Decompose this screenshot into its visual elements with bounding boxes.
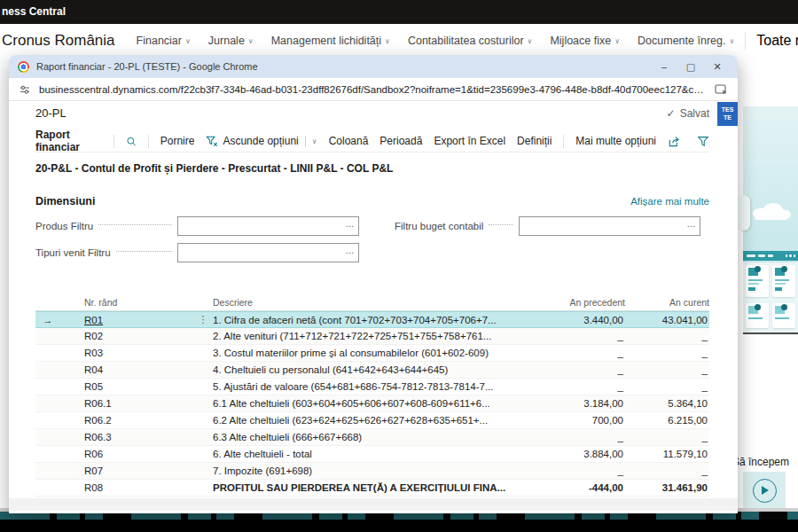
header-nr-rand: Nr. rând [60,297,193,308]
table-row[interactable]: R033. Costul materiilor prime și al cons… [35,345,709,362]
assist-edit-button[interactable]: ... [346,245,354,255]
curr-year-cell: 5.364,10 [625,398,709,409]
chevron-down-icon[interactable]: ∨ [312,137,317,145]
hide-filter-icon [206,135,218,147]
nav-menu: Financiar∨ Jurnale∨ Management lichidită… [137,35,735,47]
description-cell[interactable]: 2. Alte venituri (711+712+721+722+725+75… [213,331,505,341]
company-name[interactable]: Cronus România [2,32,115,50]
search-icon[interactable] [126,135,137,148]
description-cell[interactable]: 1. Cifra de afaceri netă (cont 701+702+7… [213,315,505,325]
browser-window: Raport financiar - 20-PL (TESTE) - Googl… [9,55,738,513]
prev-year-cell: _ [505,432,625,442]
open-in-app-icon[interactable] [715,84,727,95]
window-title-bar[interactable]: Raport financiar - 20-PL (TESTE) - Googl… [9,55,738,78]
row-no-cell[interactable]: R06.3 [60,432,193,442]
filter-input-wrap: ... [177,216,359,236]
tipuri-venit-filtru-input[interactable] [178,244,358,262]
site-info-icon[interactable] [20,84,30,95]
nav-item-jurnale[interactable]: Jurnale∨ [208,35,254,47]
description-cell[interactable]: PROFITUL SAU PIERDEREA NET(Ă) A EXERCIȚI… [213,482,505,493]
row-options-icon[interactable]: ⋮ [193,314,213,325]
url-bar[interactable]: businesscentral.dynamics.com/f22cb3f7-33… [9,78,738,101]
description-cell[interactable]: 6.3 Alte cheltuieli (666+667+668) [213,432,505,442]
mock-cards [743,262,798,333]
table-row[interactable]: R06.16.1 Alte cheltuieli (603+604+605+60… [35,395,709,412]
row-no-cell[interactable]: R06 [60,449,193,459]
table-row[interactable]: R077. Impozite (691+698)__ [35,463,709,480]
row-no-cell[interactable]: R05 [60,381,193,392]
minimize-button[interactable]: – [651,55,677,78]
assist-edit-button[interactable]: ... [346,218,354,229]
description-cell[interactable]: 5. Ajustări de valoare (654+681+686-754-… [213,381,505,392]
curr-year-cell: 31.461,90 [625,482,709,493]
table-row[interactable]: R066. Alte cheltuieli - total3.884,0011.… [35,446,709,463]
action-pornire[interactable]: Pornire [160,135,195,147]
produs-filtru-input[interactable] [178,217,358,235]
chevron-down-icon: ∨ [385,37,390,45]
prev-year-cell: _ [505,331,625,341]
table-body: →R01⋮1. Cifra de afaceri netă (cont 701+… [35,311,709,497]
horizontal-scrollbar[interactable] [9,498,738,511]
share-icon[interactable] [668,135,681,148]
show-more-link[interactable]: Afișare mai multe [630,196,709,207]
nav-item-contabilitatea-costurilor[interactable]: Contabilitatea costurilor∨ [408,35,532,47]
maximize-button[interactable]: ▢ [677,55,704,78]
assist-edit-button[interactable]: ... [687,218,695,229]
prev-year-cell: _ [505,381,625,392]
row-no-cell[interactable]: R06.1 [60,398,193,409]
description-cell[interactable]: 6.2 Alte cheltuieli (623+624+625+626+627… [213,415,505,426]
action-mai-multe-optiuni[interactable]: Mai multe opțiuni [575,135,656,147]
report-title: 20-P&L - Contul de Profit și Pierdere - … [35,162,393,175]
table-row[interactable]: R06.26.2 Alte cheltuieli (623+624+625+62… [35,412,709,429]
description-cell[interactable]: 7. Impozite (691+698) [213,466,505,476]
url-text[interactable]: businesscentral.dynamics.com/f22cb3f7-33… [39,84,706,95]
row-no-cell[interactable]: R03 [60,348,193,358]
table-row[interactable]: R044. Cheltuieli cu personalul (641+642+… [35,362,709,379]
nav-item-financiar[interactable]: Financiar∨ [137,35,191,47]
row-no-cell[interactable]: R01 [60,315,193,325]
bc-page: TES TE 20-PL ✓ Salvat Raport financiar P… [9,101,738,513]
table-row[interactable]: →R01⋮1. Cifra de afaceri netă (cont 701+… [35,311,709,328]
prev-year-cell: _ [505,348,625,358]
row-no-cell[interactable]: R07 [60,466,193,476]
action-perioada[interactable]: Perioadă [379,135,422,147]
menu-raport-financiar[interactable]: Raport financiar [35,129,102,153]
toolbar-divider [563,135,564,148]
app-header: ness Central [0,0,798,24]
row-no-cell[interactable]: R06.2 [60,415,193,426]
filtru-buget-contabil-input[interactable] [520,217,700,235]
row-no-cell[interactable]: R04 [60,364,193,375]
action-ascunde-optiuni[interactable]: Ascunde opțiuni ∨ [206,135,317,147]
mock-dots [786,254,796,257]
filter-produs: Produs Filtru ... [35,216,359,236]
background-divider [743,332,798,334]
table-row[interactable]: R022. Alte venituri (711+712+721+722+725… [35,328,709,345]
prev-year-cell: _ [505,466,625,476]
table-row[interactable]: R08PROFITUL SAU PIERDEREA NET(Ă) A EXERC… [35,480,709,497]
screen: ness Central Cronus România Financiar∨ J… [0,0,798,532]
close-button[interactable]: ✕ [704,55,731,78]
get-started-play-button[interactable] [743,472,786,509]
table-header: Nr. rând Descriere An precedent An curen… [35,293,709,311]
window-controls: – ▢ ✕ [651,55,731,78]
action-definitii[interactable]: Definiții [517,135,552,147]
action-export-excel[interactable]: Export în Excel [434,135,505,147]
curr-year-cell: _ [625,364,709,375]
filter-buget: Filtru buget contabil ... [395,216,700,236]
table-row[interactable]: R06.36.3 Alte cheltuieli (666+667+668)__ [35,429,709,446]
description-cell[interactable]: 3. Costul materiilor prime și al consuma… [213,348,505,358]
table-row[interactable]: R055. Ajustări de valoare (654+681+686-7… [35,379,709,395]
nav-right: Toate rapoartele ≡ [734,32,798,50]
row-no-cell[interactable]: R08 [60,482,193,493]
description-cell[interactable]: 4. Cheltuieli cu personalul (641+642+643… [213,364,505,375]
save-status: ✓ Salvat [667,107,709,120]
nav-item-management-lichiditati[interactable]: Management lichidități∨ [271,35,390,47]
filter-icon[interactable] [697,135,709,147]
description-cell[interactable]: 6.1 Alte cheltuieli (603+604+605+606+607… [213,398,505,409]
nav-item-mijloace-fixe[interactable]: Mijloace fixe∨ [550,35,620,47]
nav-item-toate-rapoartele[interactable]: Toate rapoartele [756,33,798,49]
nav-item-documente-inreg[interactable]: Documente înreg.∨ [638,35,734,47]
description-cell[interactable]: 6. Alte cheltuieli - total [213,449,505,459]
row-no-cell[interactable]: R02 [60,331,193,341]
action-coloana[interactable]: Coloană [329,135,369,147]
